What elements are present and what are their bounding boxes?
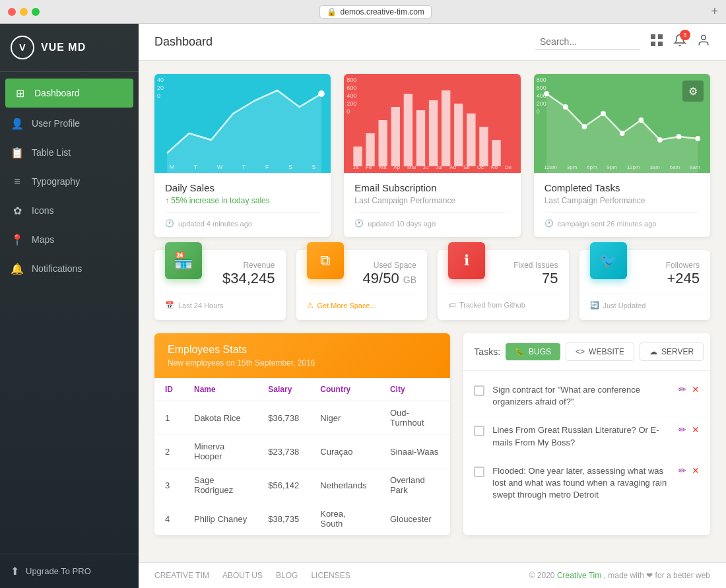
footer-link-blog[interactable]: BLOG xyxy=(276,571,298,580)
svg-point-20 xyxy=(581,124,587,129)
clock-icon: 🕐 xyxy=(354,219,364,228)
cell-city: Oud-Turnhout xyxy=(380,401,450,435)
followers-value: +245 xyxy=(635,270,700,287)
col-country: Country xyxy=(310,378,380,401)
svg-point-25 xyxy=(676,134,681,139)
svg-rect-2 xyxy=(651,42,655,46)
stat-card-followers: 🐦 Followers +245 🔄 Just Updated xyxy=(579,250,711,320)
sidebar-item-typography[interactable]: ≡ Typography xyxy=(0,167,139,196)
fixed-issues-footer-text: Tracked from Github xyxy=(459,301,525,309)
revenue-label: Revenue xyxy=(210,261,275,270)
used-space-label: Used Space xyxy=(352,261,417,270)
tab-website[interactable]: <> WEBSITE xyxy=(566,343,634,361)
sidebar-content: V VUE MD ⊞ Dashboard 👤 User Profile 📋 Ta… xyxy=(0,24,139,588)
tab-server[interactable]: ☁ SERVER xyxy=(640,343,704,361)
svg-rect-1 xyxy=(658,34,663,39)
list-item: Flooded: One year later, assessing what … xyxy=(463,457,710,509)
cell-country: Niger xyxy=(310,401,380,435)
delete-icon[interactable]: ✕ xyxy=(692,384,700,395)
cell-country: Curaçao xyxy=(310,435,380,469)
tab-bugs[interactable]: 🐛 BUGS xyxy=(506,343,560,360)
edit-icon[interactable]: ✏ xyxy=(678,384,686,395)
charts-row: 40200 MTWTFSS Daily Sales ↑ 55% increase… xyxy=(154,74,710,237)
svg-rect-14 xyxy=(454,104,463,166)
footer-link-creative-tim[interactable]: CREATIVE TIM xyxy=(154,571,209,580)
svg-point-23 xyxy=(638,117,644,123)
fixed-issues-footer: 🏷 Tracked from Github xyxy=(448,294,558,309)
stat-card-top: ℹ Fixed Issues 75 xyxy=(448,261,558,287)
footer-link-about-us[interactable]: ABOUT US xyxy=(222,571,263,580)
twitter-icon: 🐦 xyxy=(599,252,617,269)
svg-point-26 xyxy=(695,136,700,141)
cell-city: Overland Park xyxy=(380,469,450,502)
svg-rect-8 xyxy=(379,120,387,166)
edit-icon[interactable]: ✏ xyxy=(678,465,686,476)
gear-button[interactable]: ⚙ xyxy=(682,81,704,102)
notification-badge: 5 xyxy=(680,30,690,40)
stat-card-used-space: ⧉ Used Space 49/50 GB ⚠ Get More Space..… xyxy=(296,250,428,320)
sidebar-logo: V VUE MD xyxy=(0,24,139,72)
browser-dots xyxy=(8,8,40,16)
footer-link-licenses[interactable]: LICENSES xyxy=(311,571,350,580)
dot-green[interactable] xyxy=(32,8,40,16)
stat-card-fixed-issues: ℹ Fixed Issues 75 🏷 Tracked from Github xyxy=(438,250,569,320)
completed-tasks-chart: 8006004002000 12am3pm6pm9pm12pm3am6am9am… xyxy=(534,74,710,173)
grid-view-button[interactable] xyxy=(651,34,663,49)
brand-link[interactable]: Creative Tim xyxy=(557,571,601,580)
svg-point-4 xyxy=(702,36,706,40)
tab-server-label: SERVER xyxy=(661,347,694,356)
user-menu-button[interactable] xyxy=(697,34,710,50)
cell-id: 1 xyxy=(154,401,183,435)
user-profile-icon: 👤 xyxy=(11,117,24,130)
svg-rect-13 xyxy=(442,90,450,166)
sidebar-upgrade[interactable]: ⬆ Upgrade To PRO xyxy=(0,554,139,588)
email-y-labels: 8006004002000 xyxy=(346,77,356,115)
daily-sales-info: Daily Sales ↑ 55% increase in today sale… xyxy=(154,173,331,237)
sidebar-item-maps[interactable]: 📍 Maps xyxy=(0,225,139,254)
employee-header: Employees Stats New employees on 15th Se… xyxy=(154,333,450,378)
url-text[interactable]: demos.creative-tim.com xyxy=(341,7,424,16)
dot-yellow[interactable] xyxy=(20,8,28,16)
notifications-button[interactable]: 5 xyxy=(673,34,686,50)
tasks-y-labels: 8006004002000 xyxy=(537,77,546,115)
sidebar-item-table-list[interactable]: 📋 Table List xyxy=(0,138,139,167)
svg-rect-9 xyxy=(391,107,400,166)
employee-table: ID Name Salary Country City 1 Dakota Ric… xyxy=(154,378,450,535)
task-checkbox[interactable] xyxy=(474,467,484,477)
svg-rect-12 xyxy=(429,100,438,166)
followers-footer: 🔄 Just Updated xyxy=(590,294,700,310)
delete-icon[interactable]: ✕ xyxy=(692,424,700,435)
sidebar-item-label: Typography xyxy=(32,176,80,187)
used-space-info: Used Space 49/50 GB xyxy=(352,261,417,287)
sidebar-item-user-profile[interactable]: 👤 User Profile xyxy=(0,109,139,138)
search-input[interactable] xyxy=(535,34,640,50)
app-container: V VUE MD ⊞ Dashboard 👤 User Profile 📋 Ta… xyxy=(0,24,726,588)
code-icon: <> xyxy=(576,347,585,356)
svg-rect-15 xyxy=(467,114,476,166)
browser-add-tab[interactable]: + xyxy=(711,5,718,18)
followers-icon-box: 🐦 xyxy=(590,242,627,279)
sidebar-nav: ⊞ Dashboard 👤 User Profile 📋 Table List … xyxy=(0,72,139,554)
dot-red[interactable] xyxy=(8,8,16,16)
task-checkbox[interactable] xyxy=(474,426,484,436)
followers-footer-text: Just Updated xyxy=(603,302,646,310)
tab-website-label: WEBSITE xyxy=(589,347,624,356)
followers-label: Followers xyxy=(635,261,700,270)
typography-icon: ≡ xyxy=(11,175,24,188)
cell-city: Gloucester xyxy=(380,502,450,536)
task-actions: ✏ ✕ xyxy=(678,424,700,435)
task-checkbox[interactable] xyxy=(474,385,484,396)
sidebar-item-dashboard[interactable]: ⊞ Dashboard xyxy=(5,79,133,108)
delete-icon[interactable]: ✕ xyxy=(692,465,700,476)
revenue-footer-text: Last 24 Hours xyxy=(178,302,223,310)
footer-copyright: © 2020 Creative Tim , made with ❤ for a … xyxy=(529,571,710,580)
lock-icon: 🔒 xyxy=(327,7,337,16)
stat-card-revenue: 🏪 Revenue $34,245 📅 Last 24 Hours xyxy=(154,250,286,320)
sidebar-item-notifications[interactable]: 🔔 Notifications xyxy=(0,254,139,283)
sidebar-item-label: Maps xyxy=(32,234,54,245)
calendar-icon: 📅 xyxy=(165,301,174,310)
edit-icon[interactable]: ✏ xyxy=(678,424,686,435)
list-item: Sign contract for "What are conference o… xyxy=(463,376,710,416)
sidebar-item-icons[interactable]: ✿ Icons xyxy=(0,196,139,225)
info-icon: ℹ xyxy=(464,252,469,269)
